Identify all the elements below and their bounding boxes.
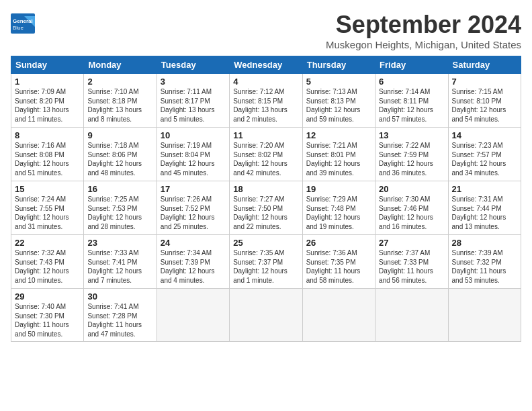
column-header-wednesday: Wednesday	[230, 56, 302, 74]
calendar-cell: 26Sunrise: 7:36 AMSunset: 7:35 PMDayligh…	[302, 235, 375, 289]
column-header-thursday: Thursday	[302, 56, 375, 74]
cell-sun-info: Sunrise: 7:39 AMSunset: 7:32 PMDaylight:…	[452, 248, 517, 285]
calendar-cell	[157, 289, 229, 342]
cell-sun-info: Sunrise: 7:23 AMSunset: 7:57 PMDaylight:…	[452, 141, 517, 177]
calendar-cell: 4Sunrise: 7:12 AMSunset: 8:15 PMDaylight…	[230, 74, 302, 128]
calendar-cell: 21Sunrise: 7:31 AMSunset: 7:44 PMDayligh…	[448, 181, 521, 235]
cell-sun-info: Sunrise: 7:18 AMSunset: 8:06 PMDaylight:…	[87, 141, 152, 177]
calendar-cell	[302, 289, 375, 342]
day-number: 17	[161, 184, 226, 194]
cell-sun-info: Sunrise: 7:30 AMSunset: 7:46 PMDaylight:…	[379, 195, 444, 231]
calendar-cell: 27Sunrise: 7:37 AMSunset: 7:33 PMDayligh…	[375, 235, 448, 289]
day-number: 10	[161, 130, 226, 140]
cell-sun-info: Sunrise: 7:20 AMSunset: 8:02 PMDaylight:…	[233, 141, 298, 177]
cell-sun-info: Sunrise: 7:25 AMSunset: 7:53 PMDaylight:…	[87, 195, 152, 231]
day-number: 30	[87, 291, 152, 302]
calendar-cell: 17Sunrise: 7:26 AMSunset: 7:52 PMDayligh…	[157, 181, 229, 235]
cell-sun-info: Sunrise: 7:09 AMSunset: 8:20 PMDaylight:…	[15, 87, 80, 124]
calendar-cell: 1Sunrise: 7:09 AMSunset: 8:20 PMDaylight…	[11, 74, 84, 128]
calendar-cell: 10Sunrise: 7:19 AMSunset: 8:04 PMDayligh…	[157, 128, 229, 181]
calendar-cell: 14Sunrise: 7:23 AMSunset: 7:57 PMDayligh…	[448, 128, 521, 181]
calendar-cell: 13Sunrise: 7:22 AMSunset: 7:59 PMDayligh…	[375, 128, 448, 181]
cell-sun-info: Sunrise: 7:24 AMSunset: 7:55 PMDaylight:…	[15, 195, 80, 231]
cell-sun-info: Sunrise: 7:34 AMSunset: 7:39 PMDaylight:…	[161, 248, 226, 285]
week-row-3: 15Sunrise: 7:24 AMSunset: 7:55 PMDayligh…	[11, 181, 521, 235]
calendar-cell: 8Sunrise: 7:16 AMSunset: 8:08 PMDaylight…	[11, 128, 84, 181]
day-number: 6	[379, 77, 444, 87]
cell-sun-info: Sunrise: 7:12 AMSunset: 8:15 PMDaylight:…	[233, 87, 298, 124]
calendar-cell: 23Sunrise: 7:33 AMSunset: 7:41 PMDayligh…	[84, 235, 157, 289]
day-number: 5	[306, 77, 371, 87]
day-number: 18	[233, 184, 298, 194]
cell-sun-info: Sunrise: 7:29 AMSunset: 7:48 PMDaylight:…	[306, 195, 371, 231]
day-number: 13	[379, 130, 444, 140]
day-number: 7	[452, 77, 517, 87]
calendar-cell	[230, 289, 302, 342]
column-header-friday: Friday	[375, 56, 448, 74]
week-row-4: 22Sunrise: 7:32 AMSunset: 7:43 PMDayligh…	[11, 235, 521, 289]
column-header-monday: Monday	[84, 56, 157, 74]
week-row-2: 8Sunrise: 7:16 AMSunset: 8:08 PMDaylight…	[11, 128, 521, 181]
page-header: General Blue September 2024 Muskegon Hei…	[11, 11, 521, 50]
calendar-cell: 9Sunrise: 7:18 AMSunset: 8:06 PMDaylight…	[84, 128, 157, 181]
calendar-cell	[375, 289, 448, 342]
cell-sun-info: Sunrise: 7:14 AMSunset: 8:11 PMDaylight:…	[379, 87, 444, 124]
day-number: 24	[161, 238, 226, 248]
cell-sun-info: Sunrise: 7:10 AMSunset: 8:18 PMDaylight:…	[87, 87, 152, 124]
calendar-cell: 25Sunrise: 7:35 AMSunset: 7:37 PMDayligh…	[230, 235, 302, 289]
day-number: 2	[87, 77, 152, 87]
day-number: 8	[15, 130, 80, 140]
day-number: 16	[87, 184, 152, 194]
day-number: 29	[15, 291, 80, 302]
cell-sun-info: Sunrise: 7:16 AMSunset: 8:08 PMDaylight:…	[15, 141, 80, 177]
svg-text:Blue: Blue	[13, 25, 24, 31]
day-number: 20	[379, 184, 444, 194]
day-number: 25	[233, 238, 298, 248]
title-block: September 2024 Muskegon Heights, Michiga…	[326, 11, 521, 50]
cell-sun-info: Sunrise: 7:21 AMSunset: 8:01 PMDaylight:…	[306, 141, 371, 177]
calendar-cell: 28Sunrise: 7:39 AMSunset: 7:32 PMDayligh…	[448, 235, 521, 289]
day-number: 26	[306, 238, 371, 248]
cell-sun-info: Sunrise: 7:22 AMSunset: 7:59 PMDaylight:…	[379, 141, 444, 177]
day-number: 21	[452, 184, 517, 194]
location-title: Muskegon Heights, Michigan, United State…	[326, 39, 521, 50]
logo: General Blue	[11, 13, 35, 34]
calendar-cell: 3Sunrise: 7:11 AMSunset: 8:17 PMDaylight…	[157, 74, 229, 128]
month-title: September 2024	[326, 11, 521, 39]
column-header-sunday: Sunday	[11, 56, 84, 74]
cell-sun-info: Sunrise: 7:33 AMSunset: 7:41 PMDaylight:…	[87, 248, 152, 285]
day-number: 19	[306, 184, 371, 194]
day-number: 22	[15, 238, 80, 248]
day-number: 12	[306, 130, 371, 140]
cell-sun-info: Sunrise: 7:35 AMSunset: 7:37 PMDaylight:…	[233, 248, 298, 285]
calendar-table: SundayMondayTuesdayWednesdayThursdayFrid…	[11, 56, 521, 342]
calendar-cell: 20Sunrise: 7:30 AMSunset: 7:46 PMDayligh…	[375, 181, 448, 235]
calendar-cell: 29Sunrise: 7:40 AMSunset: 7:30 PMDayligh…	[11, 289, 84, 342]
day-number: 27	[379, 238, 444, 248]
calendar-cell: 11Sunrise: 7:20 AMSunset: 8:02 PMDayligh…	[230, 128, 302, 181]
day-number: 1	[15, 77, 80, 87]
day-number: 14	[452, 130, 517, 140]
calendar-cell: 12Sunrise: 7:21 AMSunset: 8:01 PMDayligh…	[302, 128, 375, 181]
cell-sun-info: Sunrise: 7:31 AMSunset: 7:44 PMDaylight:…	[452, 195, 517, 231]
cell-sun-info: Sunrise: 7:32 AMSunset: 7:43 PMDaylight:…	[15, 248, 80, 285]
calendar-cell: 2Sunrise: 7:10 AMSunset: 8:18 PMDaylight…	[84, 74, 157, 128]
calendar-cell: 15Sunrise: 7:24 AMSunset: 7:55 PMDayligh…	[11, 181, 84, 235]
cell-sun-info: Sunrise: 7:15 AMSunset: 8:10 PMDaylight:…	[452, 87, 517, 124]
calendar-cell: 5Sunrise: 7:13 AMSunset: 8:13 PMDaylight…	[302, 74, 375, 128]
cell-sun-info: Sunrise: 7:26 AMSunset: 7:52 PMDaylight:…	[161, 195, 226, 231]
day-number: 4	[233, 77, 298, 87]
week-row-1: 1Sunrise: 7:09 AMSunset: 8:20 PMDaylight…	[11, 74, 521, 128]
day-number: 9	[87, 130, 152, 140]
calendar-cell	[448, 289, 521, 342]
cell-sun-info: Sunrise: 7:13 AMSunset: 8:13 PMDaylight:…	[306, 87, 371, 124]
day-number: 28	[452, 238, 517, 248]
calendar-cell: 30Sunrise: 7:41 AMSunset: 7:28 PMDayligh…	[84, 289, 157, 342]
calendar-cell: 18Sunrise: 7:27 AMSunset: 7:50 PMDayligh…	[230, 181, 302, 235]
column-header-tuesday: Tuesday	[157, 56, 229, 74]
cell-sun-info: Sunrise: 7:11 AMSunset: 8:17 PMDaylight:…	[161, 87, 226, 124]
calendar-cell: 7Sunrise: 7:15 AMSunset: 8:10 PMDaylight…	[448, 74, 521, 128]
cell-sun-info: Sunrise: 7:19 AMSunset: 8:04 PMDaylight:…	[161, 141, 226, 177]
cell-sun-info: Sunrise: 7:36 AMSunset: 7:35 PMDaylight:…	[306, 248, 371, 285]
calendar-cell: 24Sunrise: 7:34 AMSunset: 7:39 PMDayligh…	[157, 235, 229, 289]
